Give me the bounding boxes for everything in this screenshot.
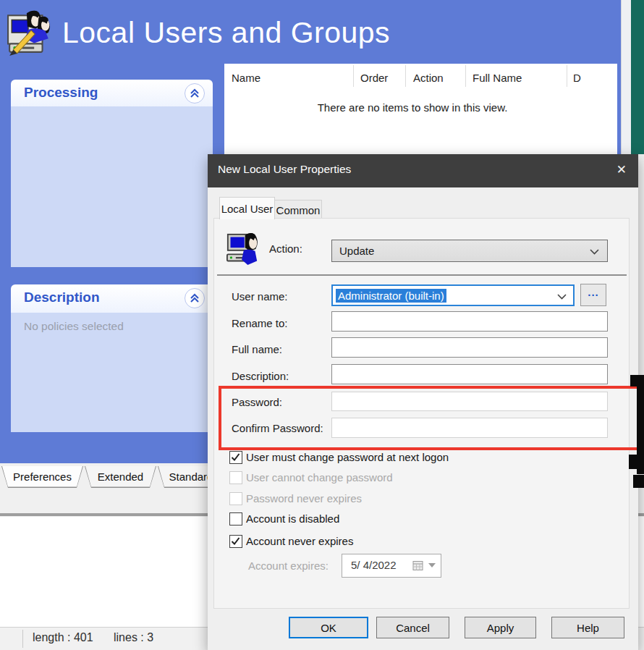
description-input[interactable]: [331, 364, 608, 384]
column-header-action[interactable]: Action: [413, 72, 444, 84]
description-panel: Description No policies selected: [11, 284, 213, 432]
ok-button[interactable]: OK: [289, 617, 368, 638]
description-panel-header: Description: [11, 284, 213, 313]
processing-panel-body: [11, 106, 213, 267]
check-icon: [231, 452, 240, 462]
policy-list: Name Order Action Full Name D There are …: [224, 64, 617, 154]
cursor-artifact: [629, 455, 644, 469]
status-divider: [22, 630, 23, 648]
no-policies-text: No policies selected: [24, 320, 124, 333]
user-name-label: User name:: [232, 290, 288, 303]
action-dropdown[interactable]: Update: [331, 240, 608, 262]
column-separator: [567, 65, 567, 87]
column-header-name[interactable]: Name: [232, 72, 260, 84]
rename-to-label: Rename to:: [232, 317, 288, 329]
column-header-fullname[interactable]: Full Name: [473, 72, 522, 84]
tab-preferences[interactable]: Preferences: [1, 466, 83, 488]
checkbox[interactable]: [229, 512, 242, 526]
tab-common[interactable]: Common: [274, 200, 322, 219]
close-icon[interactable]: ✕: [617, 162, 627, 177]
column-separator: [353, 65, 354, 87]
full-name-label: Full name:: [232, 343, 282, 355]
tab-extended[interactable]: Extended: [85, 466, 156, 488]
column-header-order[interactable]: Order: [360, 72, 388, 84]
check-icon: [231, 536, 240, 546]
browse-button[interactable]: ...: [580, 284, 606, 306]
red-highlight-annotation: [219, 386, 644, 450]
tab-local-user[interactable]: Local User: [219, 197, 275, 219]
user-name-combobox[interactable]: Administrator (built-in): [331, 284, 575, 306]
window-edge: [621, 0, 632, 154]
full-name-input[interactable]: [331, 337, 608, 358]
account-expires-datepicker: 5/ 4/2022: [342, 554, 441, 578]
collapse-button[interactable]: [185, 288, 205, 308]
double-chevron-up-icon: [190, 293, 200, 303]
double-chevron-up-icon: [190, 88, 200, 98]
description-panel-body: No policies selected: [11, 313, 213, 432]
user-computer-icon: [226, 230, 258, 268]
action-value: Update: [339, 245, 374, 257]
empty-list-message: There are no items to show in this view.: [239, 101, 586, 114]
user-name-value: Administrator (built-in): [336, 289, 446, 303]
processing-panel-title: Processing: [24, 85, 98, 101]
local-users-groups-icon: [6, 7, 54, 56]
action-label: Action:: [269, 242, 302, 255]
dropdown-arrow-icon: [428, 563, 436, 567]
help-button[interactable]: Help: [551, 617, 624, 638]
checkbox[interactable]: [229, 535, 242, 548]
checkbox[interactable]: [229, 451, 242, 464]
cursor-artifact: [630, 375, 644, 387]
description-label: Description:: [232, 370, 289, 382]
account-expires-value: 5/ 4/2022: [351, 559, 397, 571]
description-panel-title: Description: [24, 290, 100, 305]
page-title: Local Users and Groups: [62, 16, 390, 50]
status-length: length : 401: [33, 631, 93, 644]
dialog-titlebar[interactable]: New Local User Properties ✕: [208, 154, 638, 187]
cursor-artifact: [633, 475, 644, 488]
processing-panel-header: Processing: [11, 80, 213, 106]
column-separator: [465, 65, 466, 87]
checkbox: [229, 471, 242, 484]
status-lines: lines : 3: [114, 631, 153, 644]
processing-panel: Processing: [11, 80, 213, 267]
cancel-button[interactable]: Cancel: [376, 617, 449, 638]
column-header-desc[interactable]: D: [573, 72, 581, 84]
account-expires-label: Account expires:: [248, 560, 329, 572]
checkbox: [229, 492, 242, 505]
calendar-icon: [412, 560, 423, 571]
column-separator: [405, 65, 406, 87]
screen: length : 401 lines : 3 Local Users and G…: [0, 0, 644, 650]
chevron-down-icon: [557, 294, 567, 300]
apply-button[interactable]: Apply: [465, 617, 536, 638]
desktop-edge: [631, 0, 644, 154]
collapse-button[interactable]: [185, 83, 205, 104]
rename-to-input[interactable]: [331, 311, 608, 332]
chevron-down-icon: [590, 249, 599, 255]
separator: [217, 274, 627, 276]
dialog-title: New Local User Properties: [218, 163, 351, 176]
